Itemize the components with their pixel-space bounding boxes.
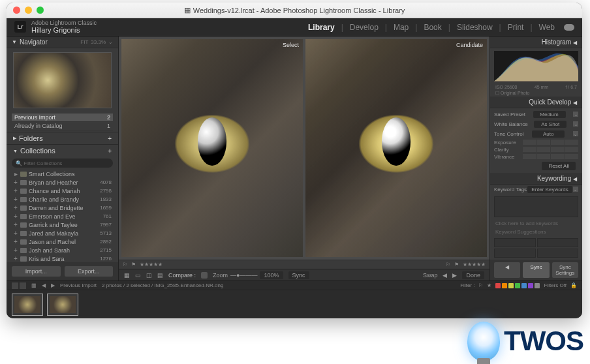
quick-develop-header[interactable]: Quick Develop ◀ [490,97,582,108]
filters-off-toggle[interactable]: Filters Off [544,282,567,288]
flag-icon[interactable]: ⚐ [446,262,450,267]
sync-button[interactable]: Sync [523,262,549,278]
module-print[interactable]: Print [504,23,528,32]
zoom-value[interactable]: 100% [260,271,283,279]
export-button[interactable]: Export... [65,266,114,277]
module-map[interactable]: Map [390,23,412,32]
app-window: ▦ Weddings-v12.lrcat - Adobe Photoshop L… [7,3,582,318]
import-button[interactable]: Import... [12,266,61,277]
flag-icon[interactable]: ⚐ [123,262,127,267]
color-label[interactable] [521,283,527,288]
filmstrip-thumbs[interactable] [7,290,582,318]
collection-item[interactable]: +Garrick and Taylee7997 [10,220,114,229]
main-window-icon[interactable] [12,282,18,289]
qd-slider-clarity[interactable]: Clarity [494,146,578,153]
compare-candidate-image[interactable]: Candidate [305,39,487,257]
collection-item[interactable]: +Emerson and Eve761 [10,212,114,220]
compare-view: Select Candidate [119,37,489,260]
swap-button[interactable]: Swap [423,272,438,279]
product-name: Adobe Lightroom Classic [31,20,97,27]
collection-item[interactable]: +Kris and Sara1276 [10,254,114,262]
sync-button[interactable]: Sync [288,271,309,279]
top-bar: Lr Adobe Lightroom Classic Hillary Grigo… [7,18,582,37]
collections-filter-input[interactable]: 🔍 Filter Collections [12,159,113,168]
reject-icon[interactable]: ⚑ [454,262,459,267]
reset-all-button[interactable]: Reset All [542,162,576,170]
filter-star-icon[interactable]: ★ [487,282,491,288]
color-label[interactable] [535,283,540,288]
cloud-sync-icon[interactable] [564,24,574,31]
lock-icon[interactable]: 🔒 [570,282,577,288]
color-label[interactable] [495,283,501,288]
grid-icon[interactable]: ▦ [31,282,37,288]
close-icon[interactable] [13,7,20,14]
color-filter[interactable] [495,283,540,288]
color-label[interactable] [515,283,520,288]
module-slideshow[interactable]: Slideshow [453,23,497,32]
qd-slider-exposure[interactable]: Exposure [494,139,578,146]
auto-tone-button[interactable]: Auto [532,130,565,138]
search-icon: 🔍 [16,160,22,166]
survey-view-icon[interactable]: ▤ [157,272,163,279]
grid-view-icon[interactable]: ▦ [124,272,130,279]
chevron-down-icon[interactable]: ⌄ [573,121,578,127]
compare-view-icon[interactable]: ◫ [146,272,152,279]
keyword-tags-mode[interactable]: Enter Keywords [527,186,572,193]
back-icon[interactable]: ◀ [42,282,46,288]
lock-icon[interactable] [201,272,208,279]
navigator-header[interactable]: ▼ Navigator FIT 33.3% ⌄ [7,37,118,48]
color-label[interactable] [508,283,514,288]
sync-settings-button[interactable]: Sync Settings [552,262,578,278]
second-window-icon[interactable] [20,282,26,289]
keywording-header[interactable]: Keywording ◀ [490,173,582,185]
window-title: ▦ Weddings-v12.lrcat - Adobe Photoshop L… [184,6,405,14]
chevron-down-icon[interactable]: ⌄ [573,131,578,136]
filmstrip-thumb[interactable] [12,294,43,316]
chevron-down-icon[interactable]: ⌄ [573,112,578,117]
histogram-header[interactable]: Histogram ◀ [490,37,582,48]
module-develop[interactable]: Develop [346,23,382,32]
white-balance-select[interactable]: As Shot [534,121,567,128]
loupe-view-icon[interactable]: ▭ [135,272,141,279]
color-label[interactable] [502,283,507,288]
collection-item[interactable]: +Darren and Bridgette1659 [10,204,114,212]
keyword-hint[interactable]: Click here to add keywords [490,219,582,228]
collection-item[interactable]: +Jared and Makayla5713 [10,229,114,237]
catalog-item[interactable]: Already in Catalog1 [12,122,113,130]
navigator-preview[interactable] [13,52,112,108]
prev-button[interactable]: ◀ [494,262,520,278]
fullscreen-icon[interactable] [37,7,44,14]
minimize-icon[interactable] [25,7,32,14]
collections-header[interactable]: ▼Collections+ [7,144,118,157]
preset-select[interactable]: Medium [533,111,566,118]
reject-icon[interactable]: ⚑ [131,262,136,267]
catalog-icon: ▦ [184,6,191,14]
color-label[interactable] [528,283,533,288]
user-name: Hillary Grigonis [31,26,97,34]
right-panel: Histogram ◀ ISO 2560045 mmf / 6.7 ☐ Orig… [489,37,582,281]
keyword-textarea[interactable] [494,196,578,217]
folders-header[interactable]: ▶Folders+ [7,132,118,144]
source-label[interactable]: Previous Import [60,282,97,288]
candidate-label: Candidate [456,42,483,48]
filmstrip-thumb[interactable] [47,294,78,316]
collection-item[interactable]: +Jason and Rachel2892 [10,237,114,246]
module-web[interactable]: Web [535,23,559,32]
traffic-lights [13,7,44,14]
prev-candidate-icon[interactable]: ◀ [442,272,447,279]
module-library[interactable]: Library [304,23,339,32]
compare-select-image[interactable]: Select [121,39,303,257]
qd-slider-vibrance[interactable]: Vibrance [494,153,578,160]
collection-item[interactable]: +Bryan and Heather4078 [10,178,114,187]
collection-item[interactable]: +Charlie and Brandy1833 [10,195,114,204]
collection-item[interactable]: ▸Smart Collections [10,170,114,178]
filter-flag-icon[interactable]: ⚐ [478,282,483,288]
collection-item[interactable]: +Chance and Mariah2798 [10,187,114,195]
done-button[interactable]: Done [462,271,484,279]
fwd-icon[interactable]: ▶ [51,282,55,288]
collection-item[interactable]: +Josh and Sarah2715 [10,246,114,254]
module-book[interactable]: Book [420,23,445,32]
catalog-list: Previous Import2Already in Catalog1 [7,112,118,132]
next-candidate-icon[interactable]: ▶ [452,272,457,279]
catalog-item[interactable]: Previous Import2 [12,114,113,122]
